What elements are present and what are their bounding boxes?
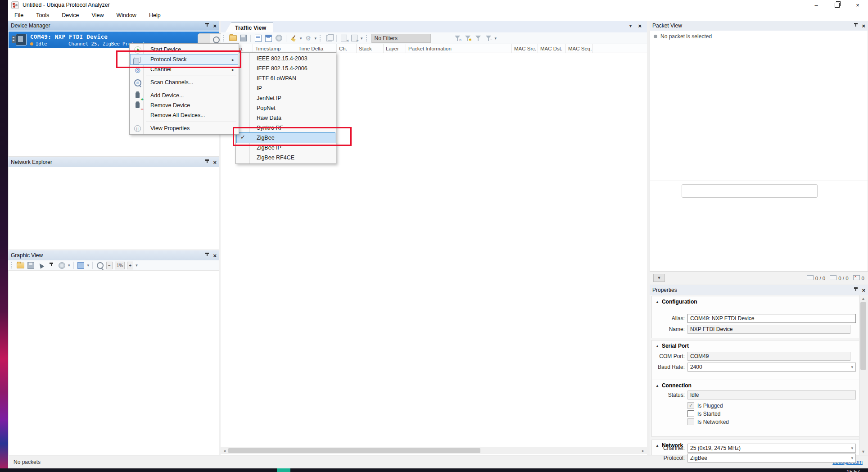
cursor-tool-icon[interactable] (37, 261, 45, 269)
clear-traffic-icon[interactable] (289, 34, 298, 42)
submenu-item-ietf-6lowpan[interactable]: IETF 6LoWPAN (237, 73, 335, 83)
menu-tools[interactable]: Tools (30, 10, 55, 21)
toolbar-overflow-icon[interactable]: ▾ (361, 36, 363, 41)
scroll-down-icon[interactable]: ▼ (859, 448, 867, 455)
submenu-item-ieee-802154-2006[interactable]: IEEE 802.15.4-2006 (237, 64, 335, 73)
toolbar-overflow-icon[interactable]: ▾ (315, 36, 317, 41)
submenu-item-synkro-rf[interactable]: Synkro RF (237, 123, 335, 133)
filter-input[interactable]: No Filters (371, 34, 431, 43)
menu-file[interactable]: File (8, 10, 30, 21)
close-icon[interactable]: × (213, 253, 217, 259)
menu-device[interactable]: Device (55, 10, 85, 21)
scroll-up-icon[interactable]: ▲ (859, 295, 867, 302)
submenu-item-ieee-802154-2003[interactable]: IEEE 802.15.4-2003 (237, 54, 335, 64)
dropdown-arrow-icon[interactable]: ▾ (68, 263, 70, 268)
filter-edit-icon[interactable] (474, 34, 482, 42)
pan-tool-icon[interactable] (47, 261, 55, 269)
pin-icon[interactable] (854, 23, 858, 28)
toolbar-grip[interactable] (11, 262, 13, 268)
vertical-scrollbar[interactable]: ▲ ▼ (859, 295, 868, 455)
network-explorer-header[interactable]: Network Explorer × (8, 157, 219, 167)
open-layout-icon[interactable] (16, 261, 24, 269)
zoom-in-button[interactable]: + (127, 262, 133, 269)
column-layer[interactable]: Layer (384, 44, 406, 53)
network-view-icon[interactable] (275, 34, 283, 42)
close-icon[interactable]: × (862, 287, 865, 293)
alias-input[interactable]: COM49: NXP FTDI Device (687, 314, 856, 323)
close-button[interactable]: × (847, 0, 868, 10)
pin-icon[interactable] (205, 159, 209, 165)
checkbox-icon[interactable] (687, 410, 694, 417)
tab-list-dropdown-icon[interactable]: ▾ (629, 23, 632, 28)
menu-item-scan-channels[interactable]: Scan Channels... (131, 77, 238, 87)
baud-rate-select[interactable]: 2400 ▾ (687, 363, 856, 372)
menu-help[interactable]: Help (143, 10, 167, 21)
column-mac-seq[interactable]: MAC Seq. (566, 44, 593, 53)
filter-apply-icon[interactable]: ✱ (464, 34, 472, 42)
next-bookmark-icon[interactable]: ▸ (350, 34, 358, 42)
close-icon[interactable]: × (213, 159, 217, 165)
packet-log-icon[interactable] (264, 34, 272, 42)
menu-view[interactable]: View (86, 10, 110, 21)
column-time-delta[interactable]: Time Delta (296, 44, 337, 53)
scrollbar-thumb[interactable] (860, 302, 866, 370)
settings-gear-icon[interactable]: ⚙ (304, 34, 312, 42)
device-log-icon[interactable] (254, 34, 262, 42)
submenu-item-raw-data[interactable]: Raw Data (237, 113, 335, 123)
column-timestamp[interactable]: Timestamp (253, 44, 296, 53)
prev-bookmark-icon[interactable]: ◂ (340, 34, 348, 42)
scrollbar-thumb[interactable] (228, 448, 480, 453)
scroll-right-icon[interactable]: ▸ (639, 447, 647, 454)
packet-view-header[interactable]: Packet View × (650, 21, 868, 31)
toolbar-grip[interactable] (320, 35, 322, 41)
menu-item-start-device[interactable]: Start Device (131, 45, 238, 54)
save-layout-icon[interactable] (27, 261, 35, 269)
protocol-select[interactable]: ZigBee ▾ (687, 454, 856, 463)
dropdown-arrow-icon[interactable]: ▾ (87, 263, 90, 268)
column-ch[interactable]: Ch. (337, 44, 357, 53)
windows-taskbar-sliver[interactable]: 15:57 (0, 468, 868, 472)
scroll-left-icon[interactable]: ◂ (221, 447, 228, 454)
graphic-view-header[interactable]: Graphic View × (8, 250, 219, 260)
pin-icon[interactable] (854, 287, 858, 293)
close-icon[interactable]: × (213, 23, 217, 29)
toolbar-overflow-icon[interactable]: ▾ (136, 263, 138, 268)
device-manager-header[interactable]: Device Manager × (8, 21, 219, 31)
filter-new-icon[interactable]: n (453, 34, 461, 42)
minimize-button[interactable]: – (806, 0, 827, 10)
clear-options-dropdown-icon[interactable]: ▾ (300, 36, 302, 41)
open-capture-icon[interactable] (229, 34, 237, 42)
filter-remove-icon[interactable]: − (484, 34, 493, 42)
submenu-item-jennet-ip[interactable]: JenNet IP (237, 93, 335, 103)
checkbox-is-started[interactable]: Is Started (687, 410, 720, 417)
menu-item-channel[interactable]: ◎ Channel ▸ (131, 64, 238, 74)
configuration-section-header[interactable]: ▲ Configuration (652, 296, 859, 306)
decode-options-button[interactable]: ▼ (653, 274, 665, 282)
tab-traffic-view[interactable]: Traffic View (225, 22, 273, 33)
close-icon[interactable]: × (862, 23, 865, 29)
restore-button[interactable] (827, 0, 847, 10)
submenu-item-zigbee[interactable]: ✓ ZigBee (237, 133, 335, 143)
channel-select[interactable]: 25 (0x19, 2475 MHz) ▾ (687, 444, 856, 453)
serial-port-section-header[interactable]: ▲ Serial Port (652, 340, 859, 350)
zoom-out-button[interactable]: − (106, 262, 113, 269)
menu-item-add-device[interactable]: + Add Device... (131, 91, 238, 100)
copy-packets-icon[interactable] (325, 34, 333, 42)
menu-window[interactable]: Window (110, 10, 142, 21)
menu-item-view-properties[interactable]: || View Properties (131, 123, 238, 133)
submenu-item-popnet[interactable]: PopNet (237, 103, 335, 113)
toolbar-overflow-icon[interactable]: ▾ (495, 36, 497, 41)
menu-item-protocol-stack[interactable]: Protocol Stack ▸ (131, 54, 238, 64)
column-mac-src[interactable]: MAC Src. (512, 44, 538, 53)
link-tool-icon[interactable] (58, 261, 66, 269)
pin-icon[interactable] (205, 253, 209, 258)
save-capture-icon[interactable] (239, 34, 247, 42)
properties-header[interactable]: Properties × (650, 285, 868, 295)
submenu-item-zigbee-ip[interactable]: ZigBee IP (237, 143, 335, 153)
column-packet-information[interactable]: Packet Information (406, 44, 512, 53)
horizontal-scrollbar[interactable]: ◂ ▸ (221, 447, 647, 454)
pin-icon[interactable] (205, 23, 209, 28)
background-color-icon[interactable] (77, 261, 85, 269)
submenu-item-ip[interactable]: IP (237, 83, 335, 93)
connection-section-header[interactable]: ▲ Connection (652, 380, 859, 390)
